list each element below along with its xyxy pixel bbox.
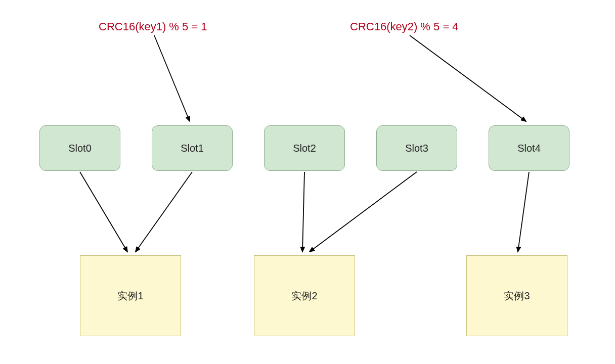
slot-box-3: Slot3 <box>376 125 457 171</box>
formula-key2: CRC16(key2) % 5 = 4 <box>350 20 459 33</box>
arrow-key1-to-slot1 <box>154 35 190 121</box>
arrow-slot0-to-inst1 <box>80 172 127 252</box>
formula-key1: CRC16(key1) % 5 = 1 <box>99 20 207 33</box>
slot-box-0: Slot0 <box>39 125 120 171</box>
diagram-canvas: CRC16(key1) % 5 = 1 CRC16(key2) % 5 = 4 … <box>0 0 615 364</box>
instance-box-3: 实例3 <box>466 255 567 336</box>
instance-box-2: 实例2 <box>254 255 355 336</box>
slot-box-4: Slot4 <box>489 125 569 171</box>
arrow-slot3-to-inst2 <box>310 172 417 252</box>
arrow-key2-to-slot4 <box>410 35 526 121</box>
slot-box-2: Slot2 <box>264 125 345 171</box>
slot-box-1: Slot1 <box>152 125 233 171</box>
arrow-slot4-to-inst3 <box>518 172 529 252</box>
arrow-slot1-to-inst1 <box>136 172 192 252</box>
arrow-slot2-to-inst2 <box>302 172 304 252</box>
instance-box-1: 实例1 <box>80 255 181 336</box>
